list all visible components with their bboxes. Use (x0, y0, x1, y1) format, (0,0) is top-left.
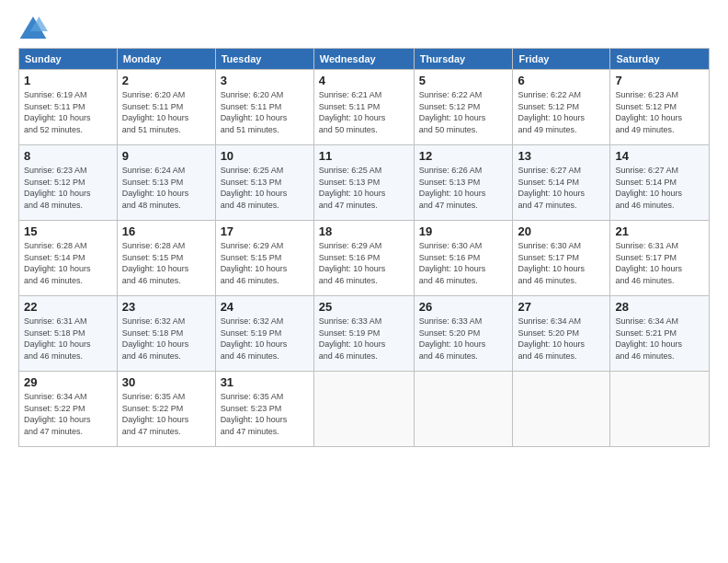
calendar-cell: 13 Sunrise: 6:27 AM Sunset: 5:14 PM Dayl… (513, 145, 610, 221)
day-info: Sunrise: 6:20 AM Sunset: 5:11 PM Dayligh… (122, 89, 210, 135)
calendar-cell: 16 Sunrise: 6:28 AM Sunset: 5:15 PM Dayl… (117, 221, 215, 296)
calendar-cell: 6 Sunrise: 6:22 AM Sunset: 5:12 PM Dayli… (513, 70, 610, 145)
day-info: Sunrise: 6:25 AM Sunset: 5:13 PM Dayligh… (319, 165, 409, 211)
calendar-cell: 4 Sunrise: 6:21 AM Sunset: 5:11 PM Dayli… (313, 70, 414, 145)
calendar-cell: 30 Sunrise: 6:35 AM Sunset: 5:22 PM Dayl… (117, 372, 215, 447)
day-number: 17 (221, 224, 309, 238)
calendar-cell: 24 Sunrise: 6:32 AM Sunset: 5:19 PM Dayl… (215, 296, 313, 372)
day-number: 5 (419, 74, 508, 87)
day-info: Sunrise: 6:23 AM Sunset: 5:12 PM Dayligh… (24, 165, 112, 211)
calendar-cell: 11 Sunrise: 6:25 AM Sunset: 5:13 PM Dayl… (313, 145, 414, 221)
calendar-cell: 17 Sunrise: 6:29 AM Sunset: 5:15 PM Dayl… (215, 221, 313, 296)
calendar-cell (313, 372, 414, 447)
day-number: 18 (319, 224, 409, 238)
day-info: Sunrise: 6:33 AM Sunset: 5:19 PM Dayligh… (319, 316, 409, 362)
week-row-5: 29 Sunrise: 6:34 AM Sunset: 5:22 PM Dayl… (19, 372, 710, 447)
day-number: 26 (419, 300, 508, 314)
day-info: Sunrise: 6:19 AM Sunset: 5:11 PM Dayligh… (24, 89, 112, 135)
day-number: 15 (24, 224, 112, 238)
day-number: 13 (518, 149, 605, 163)
day-number: 27 (518, 300, 605, 314)
day-number: 22 (24, 300, 112, 314)
day-info: Sunrise: 6:33 AM Sunset: 5:20 PM Dayligh… (419, 316, 508, 362)
calendar-cell: 26 Sunrise: 6:33 AM Sunset: 5:20 PM Dayl… (414, 296, 513, 372)
day-number: 23 (122, 300, 210, 314)
day-info: Sunrise: 6:22 AM Sunset: 5:12 PM Dayligh… (518, 89, 605, 135)
calendar-cell: 8 Sunrise: 6:23 AM Sunset: 5:12 PM Dayli… (19, 145, 118, 221)
day-number: 24 (221, 300, 309, 314)
day-number: 31 (221, 375, 309, 389)
calendar-cell: 9 Sunrise: 6:24 AM Sunset: 5:13 PM Dayli… (117, 145, 215, 221)
day-number: 11 (319, 149, 409, 163)
calendar-cell: 14 Sunrise: 6:27 AM Sunset: 5:14 PM Dayl… (610, 145, 710, 221)
calendar-cell: 12 Sunrise: 6:26 AM Sunset: 5:13 PM Dayl… (414, 145, 513, 221)
week-row-2: 8 Sunrise: 6:23 AM Sunset: 5:12 PM Dayli… (19, 145, 710, 221)
calendar-cell: 31 Sunrise: 6:35 AM Sunset: 5:23 PM Dayl… (215, 372, 313, 447)
calendar-cell: 7 Sunrise: 6:23 AM Sunset: 5:12 PM Dayli… (610, 70, 710, 145)
day-info: Sunrise: 6:20 AM Sunset: 5:11 PM Dayligh… (221, 89, 309, 135)
calendar-cell: 10 Sunrise: 6:25 AM Sunset: 5:13 PM Dayl… (215, 145, 313, 221)
day-number: 21 (615, 224, 704, 238)
day-info: Sunrise: 6:35 AM Sunset: 5:23 PM Dayligh… (221, 391, 309, 437)
header-wednesday: Wednesday (313, 49, 414, 70)
calendar-cell: 27 Sunrise: 6:34 AM Sunset: 5:20 PM Dayl… (513, 296, 610, 372)
header-row: SundayMondayTuesdayWednesdayThursdayFrid… (19, 49, 710, 70)
day-info: Sunrise: 6:32 AM Sunset: 5:18 PM Dayligh… (122, 316, 210, 362)
day-number: 7 (615, 74, 704, 87)
day-number: 29 (24, 375, 112, 389)
logo-icon (18, 15, 48, 40)
calendar-cell: 19 Sunrise: 6:30 AM Sunset: 5:16 PM Dayl… (414, 221, 513, 296)
day-info: Sunrise: 6:34 AM Sunset: 5:20 PM Dayligh… (518, 316, 605, 362)
day-number: 4 (319, 74, 409, 87)
calendar-cell: 3 Sunrise: 6:20 AM Sunset: 5:11 PM Dayli… (215, 70, 313, 145)
day-number: 9 (122, 149, 210, 163)
calendar-cell: 5 Sunrise: 6:22 AM Sunset: 5:12 PM Dayli… (414, 70, 513, 145)
header-saturday: Saturday (610, 49, 710, 70)
calendar-cell: 2 Sunrise: 6:20 AM Sunset: 5:11 PM Dayli… (117, 70, 215, 145)
day-number: 14 (615, 149, 704, 163)
calendar-cell (610, 372, 710, 447)
day-info: Sunrise: 6:22 AM Sunset: 5:12 PM Dayligh… (419, 89, 508, 135)
day-info: Sunrise: 6:27 AM Sunset: 5:14 PM Dayligh… (615, 165, 704, 211)
calendar-cell: 21 Sunrise: 6:31 AM Sunset: 5:17 PM Dayl… (610, 221, 710, 296)
day-info: Sunrise: 6:30 AM Sunset: 5:16 PM Dayligh… (419, 240, 508, 286)
day-info: Sunrise: 6:31 AM Sunset: 5:18 PM Dayligh… (24, 316, 112, 362)
calendar-cell: 18 Sunrise: 6:29 AM Sunset: 5:16 PM Dayl… (313, 221, 414, 296)
day-info: Sunrise: 6:34 AM Sunset: 5:22 PM Dayligh… (24, 391, 112, 437)
week-row-3: 15 Sunrise: 6:28 AM Sunset: 5:14 PM Dayl… (19, 221, 710, 296)
calendar-body: 1 Sunrise: 6:19 AM Sunset: 5:11 PM Dayli… (19, 70, 710, 447)
day-info: Sunrise: 6:28 AM Sunset: 5:14 PM Dayligh… (24, 240, 112, 286)
calendar-cell: 29 Sunrise: 6:34 AM Sunset: 5:22 PM Dayl… (19, 372, 118, 447)
calendar-cell: 25 Sunrise: 6:33 AM Sunset: 5:19 PM Dayl… (313, 296, 414, 372)
calendar-cell (414, 372, 513, 447)
day-info: Sunrise: 6:27 AM Sunset: 5:14 PM Dayligh… (518, 165, 605, 211)
day-number: 10 (221, 149, 309, 163)
day-number: 25 (319, 300, 409, 314)
day-info: Sunrise: 6:26 AM Sunset: 5:13 PM Dayligh… (419, 165, 508, 211)
day-number: 1 (24, 74, 112, 87)
calendar-cell: 1 Sunrise: 6:19 AM Sunset: 5:11 PM Dayli… (19, 70, 118, 145)
day-info: Sunrise: 6:21 AM Sunset: 5:11 PM Dayligh… (319, 89, 409, 135)
calendar-cell (513, 372, 610, 447)
day-number: 20 (518, 224, 605, 238)
day-info: Sunrise: 6:32 AM Sunset: 5:19 PM Dayligh… (221, 316, 309, 362)
calendar-header: SundayMondayTuesdayWednesdayThursdayFrid… (19, 49, 710, 70)
day-info: Sunrise: 6:31 AM Sunset: 5:17 PM Dayligh… (615, 240, 704, 286)
day-info: Sunrise: 6:23 AM Sunset: 5:12 PM Dayligh… (615, 89, 704, 135)
day-info: Sunrise: 6:28 AM Sunset: 5:15 PM Dayligh… (122, 240, 210, 286)
calendar-table: SundayMondayTuesdayWednesdayThursdayFrid… (18, 48, 710, 447)
day-number: 16 (122, 224, 210, 238)
day-number: 30 (122, 375, 210, 389)
day-info: Sunrise: 6:35 AM Sunset: 5:22 PM Dayligh… (122, 391, 210, 437)
header-tuesday: Tuesday (215, 49, 313, 70)
calendar-cell: 20 Sunrise: 6:30 AM Sunset: 5:17 PM Dayl… (513, 221, 610, 296)
week-row-1: 1 Sunrise: 6:19 AM Sunset: 5:11 PM Dayli… (19, 70, 710, 145)
calendar-cell: 23 Sunrise: 6:32 AM Sunset: 5:18 PM Dayl… (117, 296, 215, 372)
day-info: Sunrise: 6:29 AM Sunset: 5:15 PM Dayligh… (221, 240, 309, 286)
day-number: 2 (122, 74, 210, 87)
header-monday: Monday (117, 49, 215, 70)
day-info: Sunrise: 6:34 AM Sunset: 5:21 PM Dayligh… (615, 316, 704, 362)
day-number: 8 (24, 149, 112, 163)
day-number: 19 (419, 224, 508, 238)
calendar-cell: 28 Sunrise: 6:34 AM Sunset: 5:21 PM Dayl… (610, 296, 710, 372)
